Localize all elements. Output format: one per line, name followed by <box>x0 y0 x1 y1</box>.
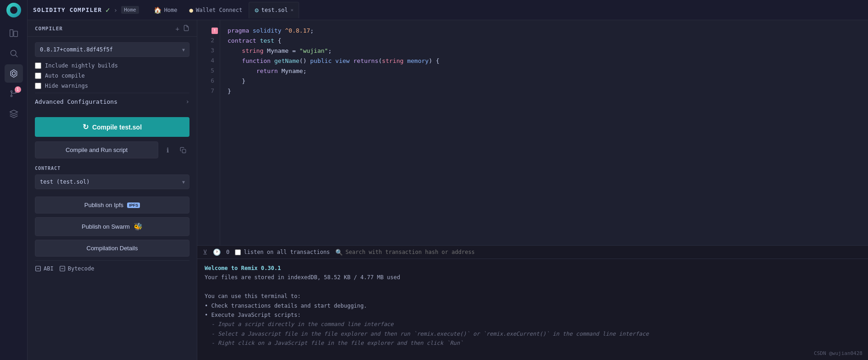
code-line-4: function getName() public view returns(s… <box>228 56 861 66</box>
svg-rect-9 <box>182 149 186 153</box>
code-line-1: pragma solidity ^0.8.17; <box>228 26 861 36</box>
bytecode-label: Bytecode <box>68 265 95 272</box>
terminal-collapse-icon[interactable]: ⊻ <box>203 248 207 256</box>
compilation-details-label: Compilation Details <box>87 245 138 252</box>
abi-button[interactable]: ABI <box>35 265 54 272</box>
compile-run-button[interactable]: Compile and Run script <box>35 141 158 158</box>
check-icon: ✓ <box>106 6 110 14</box>
header-actions: + <box>176 25 189 33</box>
tab-wallet[interactable]: ● Wallet Connect <box>184 2 248 18</box>
tab-wallet-label: Wallet Connect <box>196 7 242 13</box>
code-line-5: return Myname; <box>228 66 861 76</box>
include-nightly-checkbox[interactable] <box>35 62 41 69</box>
line-num-3: 3 <box>197 46 220 56</box>
chevron-right-icon: › <box>186 98 189 105</box>
terminal-line8: - Right click on a JavaScript file in th… <box>205 338 861 348</box>
clock-icon: 🕐 <box>213 248 221 256</box>
compile-button[interactable]: ↻ Compile test.sol <box>35 117 189 137</box>
app-logo <box>0 0 28 20</box>
hide-warnings-checkbox[interactable] <box>35 83 41 89</box>
svg-line-3 <box>15 55 17 57</box>
sidebar-search[interactable] <box>5 44 23 62</box>
editor-container: ! 2 3 4 5 6 7 pragma solidity ^0.8.17; c… <box>197 20 868 245</box>
advanced-title: Advanced Configurations <box>35 98 117 105</box>
logo-icon <box>6 3 21 17</box>
hide-warnings-label[interactable]: Hide warnings <box>45 83 88 89</box>
code-line-7: } <box>228 86 861 96</box>
compile-icon: ↻ <box>83 123 89 131</box>
sidebar-file-explorer[interactable] <box>5 24 23 42</box>
tabs-area: 🏠 Home ● Wallet Connect ⚙ test.sol ✕ <box>145 2 868 18</box>
app-title: SOLIDITY COMPILER <box>33 6 102 13</box>
terminal-search-icon: 🔍 <box>335 249 343 256</box>
tab-file[interactable]: ⚙ test.sol ✕ <box>249 2 299 18</box>
line-num-4: 4 <box>197 56 220 66</box>
listen-row: listen on all transactions <box>235 249 330 255</box>
terminal-toolbar: ⊻ 🕐 0 listen on all transactions 🔍 <box>197 246 868 259</box>
publish-ipfs-label: Publish on Ipfs <box>84 202 123 208</box>
tab-file-label: test.sol <box>262 7 288 13</box>
compiler-title: COMPILER <box>35 26 63 32</box>
line-num-2: 2 <box>197 36 220 46</box>
top-bar: SOLIDITY COMPILER ✓ › Home 🏠 Home ● Wall… <box>0 0 868 20</box>
publish-ipfs-button[interactable]: Publish on Ipfs IPFS <box>35 197 189 214</box>
line-numbers: ! 2 3 4 5 6 7 <box>197 20 220 245</box>
contract-select[interactable]: test (test.sol) <box>35 174 189 189</box>
sidebar-plugin[interactable] <box>5 105 23 123</box>
compilation-details-button[interactable]: Compilation Details <box>35 240 189 257</box>
code-line-3: string Myname = "wujian"; <box>228 46 861 56</box>
tab-home[interactable]: 🏠 Home <box>148 2 183 18</box>
advanced-configurations[interactable]: Advanced Configurations › <box>35 93 189 110</box>
code-line-6: } <box>228 76 861 86</box>
swarm-icon: 🐝 <box>134 222 143 231</box>
compiler-panel: COMPILER + 0.8.17+commit.8df45f5f ▼ <box>28 20 197 360</box>
file-tab-icon: ⚙ <box>255 6 258 14</box>
sidebar-git[interactable]: 1 <box>5 84 23 103</box>
line-num-5: 5 <box>197 66 220 76</box>
search-area: 🔍 <box>335 249 519 256</box>
svg-rect-1 <box>14 31 17 37</box>
terminal-line1: Your files are stored in indexedDB, 58.5… <box>205 273 861 282</box>
include-nightly-label[interactable]: Include nightly builds <box>45 62 118 69</box>
compile-run-area: Compile and Run script ℹ <box>35 141 189 158</box>
watermark: CSDN @wujian0428 <box>814 350 862 356</box>
auto-compile-checkbox[interactable] <box>35 73 41 79</box>
info-icon[interactable]: ℹ <box>161 144 174 157</box>
svg-marker-5 <box>12 72 15 75</box>
copy-icon[interactable] <box>177 144 189 157</box>
git-badge: 1 <box>15 86 21 93</box>
terminal-line3: You can use this terminal to: <box>205 292 861 301</box>
version-select[interactable]: 0.8.17+commit.8df45f5f <box>35 42 189 57</box>
app-title-area: SOLIDITY COMPILER ✓ › Home <box>28 6 145 14</box>
terminal-line5: • Execute JavaScript scripts: <box>205 310 861 320</box>
listen-checkbox[interactable] <box>235 249 241 255</box>
svg-rect-0 <box>10 30 13 37</box>
icon-sidebar: 1 <box>0 20 28 360</box>
add-file-icon[interactable]: + <box>176 25 179 33</box>
auto-compile-label[interactable]: Auto compile <box>45 73 85 79</box>
code-line-2: contract test { <box>228 36 861 46</box>
terminal-area: ⊻ 🕐 0 listen on all transactions 🔍 Welco… <box>197 245 868 360</box>
terminal-search-input[interactable] <box>345 249 519 255</box>
sidebar-solidity[interactable] <box>5 64 23 83</box>
terminal-line6: - Input a script directly in the command… <box>205 320 861 329</box>
version-select-wrapper: 0.8.17+commit.8df45f5f ▼ <box>35 42 189 57</box>
main-content: 1 COMPILER + <box>0 20 868 360</box>
compiler-body: 0.8.17+commit.8df45f5f ▼ Include nightly… <box>28 37 197 282</box>
line-1-error: ! <box>197 26 220 36</box>
abi-bytecode-row: ABI Bytecode <box>35 260 189 276</box>
arrow-icon: › <box>114 6 117 14</box>
listen-label[interactable]: listen on all transactions <box>244 249 330 255</box>
code-content[interactable]: pragma solidity ^0.8.17; contract test {… <box>220 20 868 245</box>
abi-label: ABI <box>44 265 54 272</box>
file-icon[interactable] <box>183 25 189 33</box>
bytecode-button[interactable]: Bytecode <box>59 265 95 272</box>
tab-close-icon[interactable]: ✕ <box>290 7 293 12</box>
contract-label: CONTRACT <box>35 166 189 171</box>
tx-count: 0 <box>226 249 229 255</box>
home-tooltip: Home <box>121 6 139 14</box>
error-indicator: ! <box>211 28 218 34</box>
auto-compile-row: Auto compile <box>35 73 189 79</box>
compiler-header: COMPILER + <box>28 20 197 37</box>
publish-swarm-button[interactable]: Publish on Swarm 🐝 <box>35 217 189 236</box>
